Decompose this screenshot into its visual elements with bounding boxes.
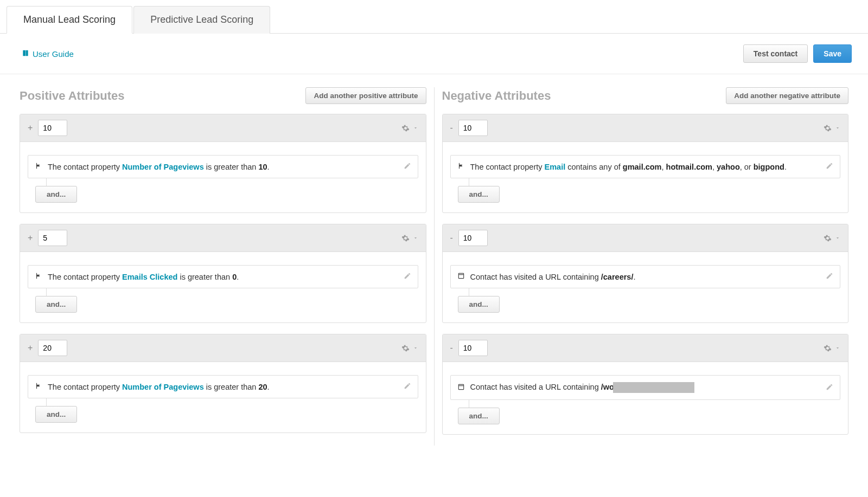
score-wrap: + xyxy=(28,120,67,136)
caret-down-icon[interactable] xyxy=(413,345,418,351)
and-button[interactable]: and... xyxy=(458,186,500,203)
rule-value: 0 xyxy=(232,273,237,281)
rule-connector xyxy=(469,288,469,296)
rule-property-link[interactable]: Emails Clicked xyxy=(122,273,177,281)
and-button[interactable]: and... xyxy=(458,296,500,313)
rule-value: yahoo xyxy=(717,163,740,171)
negative-card: - The contact property Email contains an… xyxy=(442,114,849,213)
gear-icon[interactable] xyxy=(824,124,832,132)
caret-down-icon[interactable] xyxy=(835,345,840,351)
rule-connector xyxy=(46,288,47,296)
add-positive-attribute-button[interactable]: Add another positive attribute xyxy=(305,87,426,104)
attr-header: - xyxy=(443,334,848,362)
test-contact-button[interactable]: Test contact xyxy=(743,44,808,63)
rule-sep: , xyxy=(662,163,666,171)
rule-prefix: The contact property xyxy=(470,163,545,171)
rule-row: The contact property Email contains any … xyxy=(450,155,841,178)
pencil-icon[interactable] xyxy=(404,382,411,391)
svg-rect-2 xyxy=(458,384,463,389)
and-button[interactable]: and... xyxy=(458,408,500,424)
add-negative-attribute-button[interactable]: Add another negative attribute xyxy=(726,87,848,104)
pencil-icon[interactable] xyxy=(404,272,411,281)
rule-content: The contact property Email contains any … xyxy=(457,162,821,171)
caret-down-icon[interactable] xyxy=(835,125,840,131)
pencil-icon[interactable] xyxy=(826,383,833,392)
attr-header: + xyxy=(20,334,426,362)
rule-row: Contact has visited a URL containing /wo xyxy=(450,375,841,400)
tab-predictive-lead-scoring[interactable]: Predictive Lead Scoring xyxy=(133,6,270,34)
save-button[interactable]: Save xyxy=(813,44,852,63)
gear-icon[interactable] xyxy=(824,234,832,242)
gear-icon[interactable] xyxy=(824,344,832,352)
attr-body: The contact property Email contains any … xyxy=(443,142,848,212)
rule-mid: is greater than xyxy=(177,273,232,281)
rule-row: The contact property Emails Clicked is g… xyxy=(28,265,418,288)
caret-down-icon[interactable] xyxy=(413,235,418,241)
gear-icon[interactable] xyxy=(401,124,410,132)
rule-suffix: . xyxy=(267,163,270,171)
flag-icon xyxy=(35,272,42,281)
negative-card: - Contact has visited a URL containing /… xyxy=(442,224,849,323)
rule-content: The contact property Number of Pageviews… xyxy=(35,382,398,391)
score-wrap: - xyxy=(450,120,488,136)
score-input[interactable] xyxy=(38,230,67,246)
svg-rect-0 xyxy=(458,273,463,278)
score-wrap: + xyxy=(28,230,67,246)
rule-value: 10 xyxy=(258,163,267,171)
rule-value: hotmail.com xyxy=(666,163,712,171)
gear-icon[interactable] xyxy=(401,344,410,352)
toolbar-right: Test contact Save xyxy=(743,44,852,63)
caret-down-icon[interactable] xyxy=(835,235,840,241)
rule-prefix: The contact property xyxy=(48,383,122,391)
score-wrap: - xyxy=(450,230,488,246)
rule-property-link[interactable]: Number of Pageviews xyxy=(122,383,204,391)
pencil-icon[interactable] xyxy=(404,162,411,171)
rule-row: The contact property Number of Pageviews… xyxy=(28,375,418,398)
card-actions xyxy=(401,124,418,132)
score-input[interactable] xyxy=(38,340,67,356)
rule-property-link[interactable]: Email xyxy=(545,163,566,171)
rule-text: The contact property Number of Pageviews… xyxy=(48,163,270,171)
score-sign: - xyxy=(450,123,453,133)
card-actions xyxy=(824,124,840,132)
rule-mid: contains any of xyxy=(565,163,623,171)
attr-body: The contact property Number of Pageviews… xyxy=(20,142,426,212)
rule-value: /careers/ xyxy=(601,273,634,281)
rule-connector xyxy=(469,178,469,186)
and-button[interactable]: and... xyxy=(35,406,77,423)
attr-header: - xyxy=(443,114,848,142)
gear-icon[interactable] xyxy=(401,234,410,242)
rule-suffix: . xyxy=(784,163,787,171)
and-button[interactable]: and... xyxy=(35,186,77,203)
rule-value: gmail.com xyxy=(623,163,662,171)
score-sign: + xyxy=(28,123,33,133)
rule-text: The contact property Emails Clicked is g… xyxy=(48,273,239,281)
rule-content: The contact property Emails Clicked is g… xyxy=(35,272,398,281)
pencil-icon[interactable] xyxy=(826,162,833,171)
score-input[interactable] xyxy=(38,120,67,136)
tab-manual-lead-scoring[interactable]: Manual Lead Scoring xyxy=(7,6,132,34)
card-actions xyxy=(401,234,418,242)
score-input[interactable] xyxy=(458,340,488,356)
user-guide-link[interactable]: User Guide xyxy=(22,49,74,59)
user-guide-label: User Guide xyxy=(33,49,74,59)
flag-icon xyxy=(457,162,465,171)
and-button[interactable]: and... xyxy=(35,296,77,313)
rule-property-link[interactable]: Number of Pageviews xyxy=(122,163,204,171)
score-input[interactable] xyxy=(458,120,488,136)
rule-content: The contact property Number of Pageviews… xyxy=(35,162,398,171)
caret-down-icon[interactable] xyxy=(413,125,418,131)
rule-text: The contact property Email contains any … xyxy=(470,163,787,171)
page-icon xyxy=(457,383,465,392)
positive-card: + The contact property Number of Pagevie… xyxy=(20,334,426,433)
score-sign: - xyxy=(450,233,453,243)
toolbar: User Guide Test contact Save xyxy=(0,34,868,74)
flag-icon xyxy=(35,162,42,171)
pencil-icon[interactable] xyxy=(826,272,833,281)
negative-column: Negative Attributes Add another negative… xyxy=(434,87,857,446)
score-sign: + xyxy=(28,343,33,353)
rule-suffix: . xyxy=(633,273,635,281)
score-input[interactable] xyxy=(458,230,488,246)
positive-title: Positive Attributes xyxy=(20,89,125,103)
rule-value: bigpond xyxy=(754,163,784,171)
